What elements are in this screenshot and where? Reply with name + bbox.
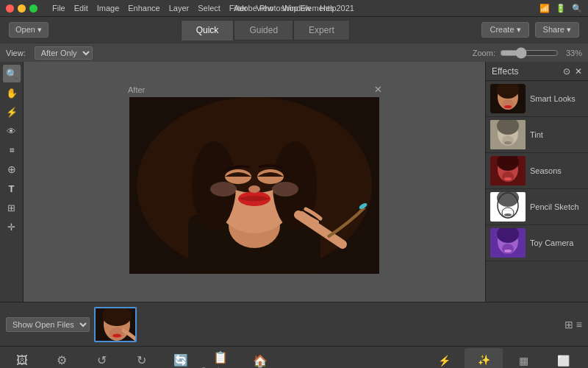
left-tool-panel: 🔍 ✋ ⚡ 👁 ⌗ ⊕ T ⊞ ✛ (0, 62, 24, 302)
view-select[interactable]: After Only (35, 46, 93, 60)
eye-tool[interactable]: 👁 (3, 122, 21, 140)
filmstrip-grid-icon[interactable]: ⊞ (564, 319, 573, 330)
title-bar-icons: 📶 🔋 🔍 (539, 4, 582, 13)
smart-looks-thumb (490, 84, 526, 113)
frames-tab[interactable]: ⬜ Frames (544, 348, 582, 369)
redo-icon: ↻ (137, 353, 146, 367)
svg-point-45 (110, 328, 124, 339)
filmstrip-list-icon[interactable]: ≡ (576, 319, 582, 330)
tab-expert[interactable]: Expert (293, 20, 350, 40)
traffic-lights (6, 4, 37, 13)
photo-canvas (129, 97, 379, 274)
undo-tool[interactable]: ↺ Undo (82, 348, 121, 369)
maximize-button[interactable] (29, 4, 37, 13)
zoom-label: Zoom: (473, 49, 495, 57)
svg-point-34 (504, 213, 512, 216)
text-tool[interactable]: T (3, 180, 21, 197)
undo-icon: ↺ (97, 353, 107, 367)
effects-close-icon[interactable]: ✕ (575, 66, 582, 77)
minimize-button[interactable] (18, 4, 26, 13)
photo-bin-tool[interactable]: 🖼 Photo Bin (3, 348, 41, 369)
toy-camera-label: Toy Camera (530, 238, 573, 247)
wifi-icon: 📶 (539, 4, 550, 13)
menu-layer[interactable]: Layer (169, 4, 190, 13)
svg-point-46 (112, 333, 121, 337)
svg-point-41 (504, 250, 512, 252)
app-title: Adobe Photoshop Elements 2021 (234, 4, 354, 13)
svg-point-11 (248, 185, 260, 193)
canvas-wrapper: After ✕ (122, 82, 387, 281)
move-tool[interactable]: ✛ (3, 218, 21, 236)
right-effects-panel: Effects ⊙ ✕ Smart Looks (485, 62, 588, 302)
crop-tool[interactable]: ⊞ (3, 199, 21, 216)
photo-bin-icon: 🖼 (16, 354, 28, 367)
bottom-left-tools: 🖼 Photo Bin ⚙ Tool Options ↺ Undo ↻ Redo… (3, 348, 279, 369)
svg-point-19 (504, 105, 512, 108)
close-button[interactable] (6, 4, 14, 13)
menu-enhance[interactable]: Enhance (128, 4, 159, 13)
svg-point-24 (504, 141, 512, 144)
svg-point-29 (504, 177, 512, 180)
pencil-sketch-thumb (490, 192, 526, 222)
effect-smart-looks[interactable]: Smart Looks (486, 81, 588, 117)
share-button[interactable]: Share ▾ (535, 22, 579, 38)
toy-camera-thumb (490, 228, 526, 258)
close-canvas-button[interactable]: ✕ (374, 84, 382, 95)
canvas-area: After ✕ (24, 62, 485, 302)
menu-file[interactable]: File (52, 4, 65, 13)
svg-point-14 (272, 182, 298, 197)
quick-select-tool[interactable]: ⚡ (3, 103, 21, 121)
adjustments-tab[interactable]: ⚡ Adjustments (425, 348, 463, 369)
main-area: 🔍 ✋ ⚡ 👁 ⌗ ⊕ T ⊞ ✛ After ✕ (0, 62, 588, 302)
smart-looks-label: Smart Looks (530, 94, 576, 103)
hand-tool[interactable]: ✋ (3, 84, 21, 102)
filmstrip: Show Open Files ⊞ ≡ (0, 302, 588, 346)
menu-select[interactable]: Select (198, 4, 220, 13)
zoom-value: 33% (566, 49, 582, 57)
effects-header: Effects ⊙ ✕ (486, 62, 588, 81)
organizer-tool[interactable]: 📋 Organizer Home Screen (201, 348, 240, 369)
seasons-label: Seasons (530, 166, 562, 175)
view-toolbar: View: After Only Zoom: 33% (0, 43, 588, 62)
effect-toy-camera[interactable]: Toy Camera (486, 225, 588, 261)
title-bar: File Edit Image Enhance Layer Select Fil… (0, 0, 588, 16)
effects-title: Effects (492, 66, 518, 77)
filmstrip-thumbnail[interactable] (94, 307, 137, 342)
effect-seasons[interactable]: Seasons (486, 153, 588, 189)
effects-options-icon[interactable]: ⊙ (563, 66, 570, 77)
tool-options-icon: ⚙ (57, 353, 67, 367)
menu-image[interactable]: Image (97, 4, 120, 13)
effect-pencil-sketch[interactable]: Pencil Sketch (486, 189, 588, 225)
effects-tab[interactable]: ✨ Effects (465, 348, 503, 369)
organizer-icon: 📋 (213, 350, 228, 364)
menu-edit[interactable]: Edit (74, 4, 88, 13)
tool-options-tool[interactable]: ⚙ Tool Options (43, 348, 81, 369)
filmstrip-select[interactable]: Show Open Files (6, 317, 90, 332)
mode-tabs: Quick Guided Expert (181, 20, 350, 40)
open-button[interactable]: Open ▾ (9, 22, 49, 38)
filmstrip-icons: ⊞ ≡ (564, 319, 582, 330)
create-button[interactable]: Create ▾ (481, 22, 528, 38)
effect-tint[interactable]: Tint (486, 117, 588, 153)
bottom-toolbar: 🖼 Photo Bin ⚙ Tool Options ↺ Undo ↻ Redo… (0, 346, 588, 368)
zoom-control: Zoom: 33% (473, 47, 582, 59)
main-toolbar: Open ▾ Quick Guided Expert Create ▾ Shar… (0, 16, 588, 43)
tab-guided[interactable]: Guided (234, 20, 293, 40)
zoom-tool[interactable]: 🔍 (3, 65, 21, 82)
brush-tool[interactable]: ⌗ (3, 141, 21, 159)
textures-tab[interactable]: ▦ Textures (504, 348, 542, 369)
bottom-right-tabs: ⚡ Adjustments ✨ Effects ▦ Textures ⬜ Fra… (425, 348, 585, 369)
rotate-icon: 🔄 (173, 353, 188, 367)
home-screen-tool[interactable]: 🏠 Home Screen (241, 348, 279, 369)
tab-quick[interactable]: Quick (181, 20, 234, 40)
zoom-slider[interactable] (500, 47, 559, 59)
view-label: View: (6, 49, 26, 57)
search-icon[interactable]: 🔍 (572, 4, 582, 13)
redo-tool[interactable]: ↻ Redo (122, 348, 160, 369)
rotate-tool[interactable]: 🔄 Rotate (162, 348, 200, 369)
tint-thumb (490, 120, 526, 149)
tint-label: Tint (530, 130, 543, 139)
healing-tool[interactable]: ⊕ (3, 160, 21, 178)
adjustments-icon: ⚡ (438, 355, 451, 367)
photo-svg (129, 97, 379, 274)
